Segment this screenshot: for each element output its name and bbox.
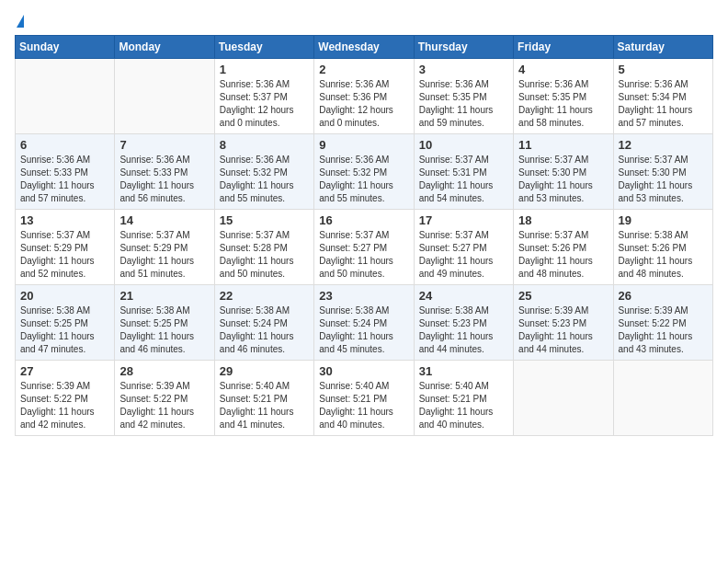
day-number: 4 <box>518 63 608 76</box>
weekday-header: Tuesday <box>214 36 313 59</box>
calendar-cell: 15Sunrise: 5:37 AM Sunset: 5:28 PM Dayli… <box>214 210 313 285</box>
page-header <box>15 15 713 28</box>
calendar-cell: 3Sunrise: 5:36 AM Sunset: 5:35 PM Daylig… <box>414 59 513 134</box>
calendar-cell: 6Sunrise: 5:36 AM Sunset: 5:33 PM Daylig… <box>16 134 115 210</box>
logo-triangle-icon <box>17 15 24 28</box>
calendar-cell: 10Sunrise: 5:37 AM Sunset: 5:31 PM Dayli… <box>414 134 513 210</box>
day-detail: Sunrise: 5:38 AM Sunset: 5:25 PM Dayligh… <box>119 304 209 356</box>
calendar-cell <box>16 59 115 134</box>
calendar-cell: 4Sunrise: 5:36 AM Sunset: 5:35 PM Daylig… <box>514 59 613 134</box>
day-detail: Sunrise: 5:36 AM Sunset: 5:32 PM Dayligh… <box>319 154 408 205</box>
weekday-header: Sunday <box>16 36 115 59</box>
calendar-cell: 17Sunrise: 5:37 AM Sunset: 5:27 PM Dayli… <box>414 210 513 285</box>
day-detail: Sunrise: 5:37 AM Sunset: 5:27 PM Dayligh… <box>319 229 408 281</box>
day-detail: Sunrise: 5:36 AM Sunset: 5:35 PM Dayligh… <box>518 78 608 130</box>
calendar-week-row: 1Sunrise: 5:36 AM Sunset: 5:37 PM Daylig… <box>16 59 713 134</box>
day-number: 8 <box>220 138 309 152</box>
calendar-cell: 31Sunrise: 5:40 AM Sunset: 5:21 PM Dayli… <box>414 361 513 436</box>
calendar-cell: 14Sunrise: 5:37 AM Sunset: 5:29 PM Dayli… <box>115 210 214 285</box>
calendar-cell: 19Sunrise: 5:38 AM Sunset: 5:26 PM Dayli… <box>613 210 712 285</box>
calendar-cell <box>613 361 712 436</box>
day-detail: Sunrise: 5:40 AM Sunset: 5:21 PM Dayligh… <box>319 380 408 431</box>
calendar-cell: 22Sunrise: 5:38 AM Sunset: 5:24 PM Dayli… <box>214 285 313 361</box>
calendar-week-row: 20Sunrise: 5:38 AM Sunset: 5:25 PM Dayli… <box>16 285 713 361</box>
day-detail: Sunrise: 5:36 AM Sunset: 5:32 PM Dayligh… <box>220 154 309 205</box>
day-detail: Sunrise: 5:36 AM Sunset: 5:36 PM Dayligh… <box>319 78 408 130</box>
day-number: 13 <box>20 213 109 227</box>
calendar-cell: 1Sunrise: 5:36 AM Sunset: 5:37 PM Daylig… <box>214 59 313 134</box>
day-detail: Sunrise: 5:37 AM Sunset: 5:27 PM Dayligh… <box>419 229 508 281</box>
calendar-cell: 13Sunrise: 5:37 AM Sunset: 5:29 PM Dayli… <box>16 210 115 285</box>
day-number: 2 <box>319 63 408 76</box>
day-detail: Sunrise: 5:36 AM Sunset: 5:34 PM Dayligh… <box>619 78 708 130</box>
day-number: 9 <box>319 138 408 152</box>
day-detail: Sunrise: 5:37 AM Sunset: 5:30 PM Dayligh… <box>518 154 608 205</box>
weekday-header: Saturday <box>613 36 712 59</box>
day-number: 19 <box>619 213 708 227</box>
calendar-cell: 7Sunrise: 5:36 AM Sunset: 5:33 PM Daylig… <box>115 134 214 210</box>
calendar-cell: 9Sunrise: 5:36 AM Sunset: 5:32 PM Daylig… <box>314 134 414 210</box>
calendar-cell: 30Sunrise: 5:40 AM Sunset: 5:21 PM Dayli… <box>314 361 414 436</box>
weekday-header-row: SundayMondayTuesdayWednesdayThursdayFrid… <box>16 36 713 59</box>
calendar-cell <box>115 59 214 134</box>
calendar-cell: 2Sunrise: 5:36 AM Sunset: 5:36 PM Daylig… <box>314 59 414 134</box>
day-detail: Sunrise: 5:39 AM Sunset: 5:22 PM Dayligh… <box>20 380 109 431</box>
day-detail: Sunrise: 5:38 AM Sunset: 5:23 PM Dayligh… <box>419 304 508 356</box>
weekday-header: Monday <box>115 36 214 59</box>
calendar-cell: 12Sunrise: 5:37 AM Sunset: 5:30 PM Dayli… <box>613 134 712 210</box>
calendar-cell: 18Sunrise: 5:37 AM Sunset: 5:26 PM Dayli… <box>514 210 613 285</box>
day-number: 1 <box>220 63 309 76</box>
day-detail: Sunrise: 5:37 AM Sunset: 5:31 PM Dayligh… <box>419 154 508 205</box>
day-number: 18 <box>518 213 608 227</box>
day-detail: Sunrise: 5:38 AM Sunset: 5:24 PM Dayligh… <box>220 304 309 356</box>
day-detail: Sunrise: 5:37 AM Sunset: 5:29 PM Dayligh… <box>20 229 109 281</box>
day-detail: Sunrise: 5:36 AM Sunset: 5:33 PM Dayligh… <box>119 154 209 205</box>
logo <box>15 15 24 28</box>
calendar-cell: 27Sunrise: 5:39 AM Sunset: 5:22 PM Dayli… <box>16 361 115 436</box>
day-number: 16 <box>319 213 408 227</box>
day-number: 15 <box>220 213 309 227</box>
calendar-cell: 16Sunrise: 5:37 AM Sunset: 5:27 PM Dayli… <box>314 210 414 285</box>
day-number: 14 <box>119 213 209 227</box>
day-number: 28 <box>119 364 209 378</box>
calendar-cell: 11Sunrise: 5:37 AM Sunset: 5:30 PM Dayli… <box>514 134 613 210</box>
calendar-table: SundayMondayTuesdayWednesdayThursdayFrid… <box>15 35 713 436</box>
day-number: 20 <box>20 289 109 303</box>
weekday-header: Friday <box>514 36 613 59</box>
day-number: 27 <box>20 364 109 378</box>
calendar-cell: 8Sunrise: 5:36 AM Sunset: 5:32 PM Daylig… <box>214 134 313 210</box>
day-detail: Sunrise: 5:39 AM Sunset: 5:22 PM Dayligh… <box>119 380 209 431</box>
day-number: 12 <box>619 138 708 152</box>
day-number: 5 <box>619 63 708 76</box>
day-number: 17 <box>419 213 508 227</box>
day-detail: Sunrise: 5:38 AM Sunset: 5:24 PM Dayligh… <box>319 304 408 356</box>
day-number: 29 <box>220 364 309 378</box>
calendar-cell: 20Sunrise: 5:38 AM Sunset: 5:25 PM Dayli… <box>16 285 115 361</box>
day-number: 21 <box>119 289 209 303</box>
calendar-cell: 24Sunrise: 5:38 AM Sunset: 5:23 PM Dayli… <box>414 285 513 361</box>
calendar-week-row: 13Sunrise: 5:37 AM Sunset: 5:29 PM Dayli… <box>16 210 713 285</box>
day-number: 31 <box>419 364 508 378</box>
day-number: 23 <box>319 289 408 303</box>
day-number: 7 <box>119 138 209 152</box>
day-number: 26 <box>619 289 708 303</box>
day-detail: Sunrise: 5:36 AM Sunset: 5:37 PM Dayligh… <box>220 78 309 130</box>
weekday-header: Thursday <box>414 36 513 59</box>
day-number: 25 <box>518 289 608 303</box>
day-number: 11 <box>518 138 608 152</box>
day-detail: Sunrise: 5:37 AM Sunset: 5:29 PM Dayligh… <box>119 229 209 281</box>
day-detail: Sunrise: 5:37 AM Sunset: 5:28 PM Dayligh… <box>220 229 309 281</box>
day-number: 3 <box>419 63 508 76</box>
day-number: 6 <box>20 138 109 152</box>
day-detail: Sunrise: 5:38 AM Sunset: 5:25 PM Dayligh… <box>20 304 109 356</box>
calendar-week-row: 27Sunrise: 5:39 AM Sunset: 5:22 PM Dayli… <box>16 361 713 436</box>
day-detail: Sunrise: 5:37 AM Sunset: 5:30 PM Dayligh… <box>619 154 708 205</box>
day-number: 10 <box>419 138 508 152</box>
calendar-cell <box>514 361 613 436</box>
day-detail: Sunrise: 5:36 AM Sunset: 5:35 PM Dayligh… <box>419 78 508 130</box>
day-number: 30 <box>319 364 408 378</box>
calendar-week-row: 6Sunrise: 5:36 AM Sunset: 5:33 PM Daylig… <box>16 134 713 210</box>
calendar-cell: 25Sunrise: 5:39 AM Sunset: 5:23 PM Dayli… <box>514 285 613 361</box>
day-detail: Sunrise: 5:40 AM Sunset: 5:21 PM Dayligh… <box>220 380 309 431</box>
day-detail: Sunrise: 5:38 AM Sunset: 5:26 PM Dayligh… <box>619 229 708 281</box>
